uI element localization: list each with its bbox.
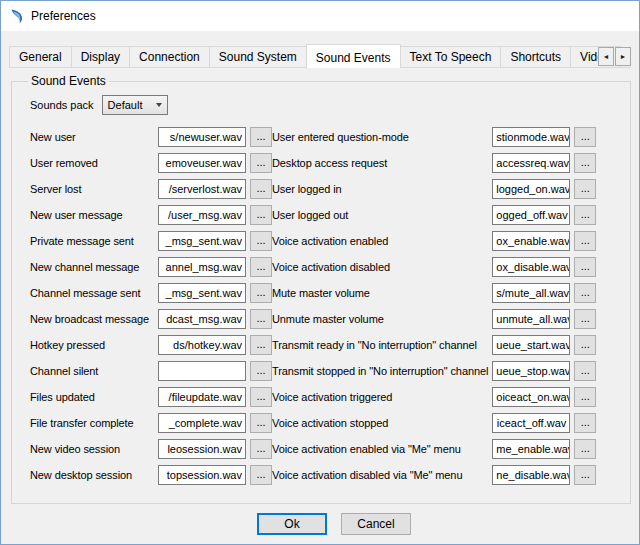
tab-scroll-right-button[interactable]: ► [615, 47, 631, 66]
sound-file-input[interactable]: leosession.wav [158, 439, 246, 459]
sound-file-input[interactable]: dcast_msg.wav [158, 309, 246, 329]
browse-button[interactable]: ... [574, 257, 596, 277]
browse-button[interactable]: ... [574, 283, 596, 303]
sound-event-row: Mute master volumes/mute_all.wav... [272, 280, 596, 306]
tab-sound-events[interactable]: Sound Events [306, 44, 401, 68]
browse-button[interactable]: ... [574, 309, 596, 329]
browse-button[interactable]: ... [250, 361, 272, 381]
sound-file-input[interactable]: annel_msg.wav [158, 257, 246, 277]
tab-display[interactable]: Display [71, 46, 130, 67]
sound-event-row: Unmute master volumeunmute_all.wav... [272, 306, 596, 332]
sound-file-input[interactable]: accessreq.wav [492, 153, 570, 173]
sound-event-row: Transmit stopped in "No interruption" ch… [272, 358, 596, 384]
sound-file-input[interactable] [158, 361, 246, 381]
sounds-pack-row: Sounds pack Default [30, 94, 622, 116]
sound-event-label: New broadcast message [30, 313, 158, 325]
sound-file-input[interactable]: iceact_off.wav [492, 413, 570, 433]
browse-button[interactable]: ... [574, 205, 596, 225]
groupbox-title: Sound Events [28, 74, 109, 88]
sound-file-input[interactable]: _msg_sent.wav [158, 231, 246, 251]
tab-general[interactable]: General [9, 46, 72, 67]
tab-shortcuts[interactable]: Shortcuts [500, 46, 571, 67]
sound-file-input[interactable]: /fileupdate.wav [158, 387, 246, 407]
sound-event-label: New channel message [30, 261, 158, 273]
events-column-right: User entered question-modestionmode.wav.… [272, 124, 622, 488]
sound-file-input[interactable]: s/mute_all.wav [492, 283, 570, 303]
sound-file-input[interactable]: ogged_off.wav [492, 205, 570, 225]
sound-file-input[interactable]: /user_msg.wav [158, 205, 246, 225]
sound-file-input[interactable]: oiceact_on.wav [492, 387, 570, 407]
window-title: Preferences [31, 9, 96, 23]
cancel-button[interactable]: Cancel [341, 513, 411, 535]
browse-button[interactable]: ... [250, 153, 272, 173]
browse-button[interactable]: ... [574, 231, 596, 251]
sound-event-label: New video session [30, 443, 158, 455]
sound-event-label: New user message [30, 209, 158, 221]
sound-events-group: Sound Events Sounds pack Default New use… [11, 74, 631, 504]
sound-file-input[interactable]: s/newuser.wav [158, 127, 246, 147]
browse-button[interactable]: ... [250, 465, 272, 485]
sound-file-input[interactable]: /serverlost.wav [158, 179, 246, 199]
browse-button[interactable]: ... [574, 361, 596, 381]
sound-event-row: Hotkey pressedds/hotkey.wav... [30, 332, 272, 358]
sound-event-label: User removed [30, 157, 158, 169]
browse-button[interactable]: ... [250, 179, 272, 199]
browse-button[interactable]: ... [574, 335, 596, 355]
browse-button[interactable]: ... [250, 127, 272, 147]
titlebar: Preferences [1, 1, 639, 31]
tab-bar: GeneralDisplayConnectionSound SystemSoun… [9, 43, 631, 67]
browse-button[interactable]: ... [250, 231, 272, 251]
browse-button[interactable]: ... [250, 335, 272, 355]
events-column-left: New users/newuser.wav...User removedemov… [30, 124, 272, 488]
sound-event-label: Voice activation disabled via "Me" menu [272, 469, 492, 481]
browse-button[interactable]: ... [574, 179, 596, 199]
sound-file-input[interactable]: ox_disable.wav [492, 257, 570, 277]
sound-file-input[interactable]: _complete.wav [158, 413, 246, 433]
sound-file-input[interactable]: emoveuser.wav [158, 153, 246, 173]
browse-button[interactable]: ... [574, 439, 596, 459]
sound-event-row: Channel silent... [30, 358, 272, 384]
tab-sound-system[interactable]: Sound System [209, 46, 307, 67]
browse-button[interactable]: ... [250, 413, 272, 433]
browse-button[interactable]: ... [250, 309, 272, 329]
browse-button[interactable]: ... [250, 439, 272, 459]
browse-button[interactable]: ... [574, 465, 596, 485]
browse-button[interactable]: ... [250, 387, 272, 407]
sound-event-row: Channel message sent_msg_sent.wav... [30, 280, 272, 306]
sound-event-row: File transfer complete_complete.wav... [30, 410, 272, 436]
sound-event-row: Desktop access requestaccessreq.wav... [272, 150, 596, 176]
sound-event-row: User removedemoveuser.wav... [30, 150, 272, 176]
sound-event-label: Transmit ready in "No interruption" chan… [272, 339, 492, 351]
sound-file-input[interactable]: unmute_all.wav [492, 309, 570, 329]
browse-button[interactable]: ... [250, 257, 272, 277]
sound-file-input[interactable]: topsession.wav [158, 465, 246, 485]
sound-file-input[interactable]: logged_on.wav [492, 179, 570, 199]
browse-button[interactable]: ... [574, 387, 596, 407]
sound-event-row: User logged outogged_off.wav... [272, 202, 596, 228]
browse-button[interactable]: ... [574, 413, 596, 433]
browse-button[interactable]: ... [250, 283, 272, 303]
sound-event-row: New broadcast messagedcast_msg.wav... [30, 306, 272, 332]
sound-file-input[interactable]: ox_enable.wav [492, 231, 570, 251]
browse-button[interactable]: ... [574, 153, 596, 173]
sounds-pack-select[interactable]: Default [102, 95, 168, 115]
tab-scroll-left-button[interactable]: ◄ [598, 47, 614, 66]
sound-file-input[interactable]: ne_disable.wav [492, 465, 570, 485]
sound-event-row: New users/newuser.wav... [30, 124, 272, 150]
sound-file-input[interactable]: stionmode.wav [492, 127, 570, 147]
dialog-footer: Ok Cancel [11, 504, 629, 544]
sound-file-input[interactable]: me_enable.wav [492, 439, 570, 459]
sound-file-input[interactable]: ueue_stop.wav [492, 361, 570, 381]
sound-file-input[interactable]: ds/hotkey.wav [158, 335, 246, 355]
sound-file-input[interactable]: _msg_sent.wav [158, 283, 246, 303]
tab-connection[interactable]: Connection [129, 46, 210, 67]
tab-text-to-speech[interactable]: Text To Speech [400, 46, 502, 67]
sound-file-input[interactable]: ueue_start.wav [492, 335, 570, 355]
tab-page-sound-events: Sound Events Sounds pack Default New use… [9, 67, 631, 544]
chevron-down-icon [156, 103, 162, 107]
browse-button[interactable]: ... [574, 127, 596, 147]
sound-event-label: Channel message sent [30, 287, 158, 299]
ok-button[interactable]: Ok [257, 513, 327, 535]
browse-button[interactable]: ... [250, 205, 272, 225]
sounds-pack-label: Sounds pack [30, 99, 94, 111]
